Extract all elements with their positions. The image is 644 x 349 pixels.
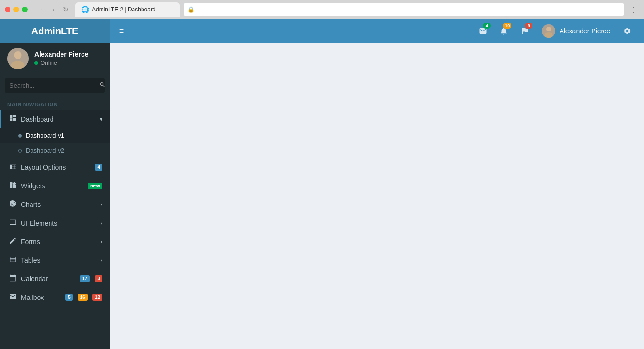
sidebar: Alexander Pierce Online MAIN NAVIGATION	[0, 43, 110, 349]
sidebar-item-ui-elements[interactable]: UI Elements ‹	[0, 214, 110, 232]
address-bar[interactable]: 🔒	[184, 3, 624, 16]
mailbox-icon	[9, 293, 17, 302]
messages-badge: 4	[483, 23, 491, 29]
notifications-button[interactable]: 10	[494, 19, 513, 43]
widgets-icon	[9, 181, 17, 190]
subitem-dot	[18, 149, 22, 153]
search-icon	[99, 82, 105, 88]
sidebar-avatar-image	[7, 48, 29, 69]
charts-arrow: ‹	[101, 201, 102, 208]
browser-menu-button[interactable]: ⋮	[628, 4, 639, 15]
sidebar-avatar	[7, 48, 29, 69]
ui-elements-icon	[9, 218, 17, 227]
logo-light: Admin	[31, 26, 61, 36]
ui-elements-arrow: ‹	[101, 220, 102, 226]
settings-button[interactable]	[618, 19, 637, 43]
browser-dots	[5, 7, 28, 12]
sidebar-subitem-dashboard-v2[interactable]: Dashboard v2	[0, 143, 110, 158]
logo-text: AdminLTE	[31, 26, 79, 37]
status-label: Online	[41, 60, 57, 66]
page-wrapper: ‹ › ↻ 🌐 AdminLTE 2 | Dashboard 🔒 ⋮ Admin…	[0, 0, 644, 349]
mailbox-badge-16: 16	[78, 294, 88, 301]
mailbox-label: Mailbox	[21, 294, 61, 301]
main-header: AdminLTE ≡ 4 10 9	[0, 19, 644, 43]
header-avatar	[542, 24, 555, 38]
user-menu-button[interactable]: Alexander Pierce	[536, 24, 616, 38]
calendar-badge-3: 3	[95, 275, 102, 282]
search-input[interactable]	[5, 78, 94, 93]
tables-icon	[9, 256, 17, 265]
sidebar-subitem-dashboard-v1[interactable]: Dashboard v1	[0, 128, 110, 143]
browser-tab-title: AdminLTE 2 | Dashboard	[92, 6, 156, 13]
header-username: Alexander Pierce	[559, 27, 610, 35]
dashboard-v1-label: Dashboard v1	[26, 132, 64, 139]
tasks-badge: 9	[525, 23, 532, 29]
mailbox-badge-12: 12	[92, 294, 102, 301]
notifications-badge: 10	[503, 23, 511, 29]
sidebar-search-area	[0, 74, 110, 97]
back-button[interactable]: ‹	[35, 4, 47, 15]
layout-options-label: Layout Options	[21, 164, 91, 171]
charts-icon	[9, 200, 17, 209]
sidebar-item-forms[interactable]: Forms ‹	[0, 232, 110, 251]
forms-arrow: ‹	[101, 238, 102, 245]
close-dot[interactable]	[5, 7, 10, 12]
settings-icon	[624, 27, 631, 35]
tasks-button[interactable]: 9	[515, 19, 534, 43]
nav-section-label: MAIN NAVIGATION	[0, 97, 110, 110]
svg-point-1	[546, 27, 551, 31]
content-wrapper	[110, 62, 644, 349]
widgets-label: Widgets	[21, 182, 84, 190]
search-button[interactable]	[94, 78, 105, 93]
sidebar-item-layout-options[interactable]: Layout Options 4	[0, 158, 110, 176]
header-right: 4 10 9 Alexander	[473, 19, 644, 43]
sidebar-username: Alexander Pierce	[34, 51, 89, 58]
sidebar-toggle-button[interactable]: ≡	[110, 19, 133, 43]
sidebar-item-dashboard[interactable]: Dashboard ▾	[0, 110, 110, 128]
minimize-dot[interactable]	[13, 7, 19, 12]
maximize-dot[interactable]	[22, 7, 28, 12]
sidebar-item-charts[interactable]: Charts ‹	[0, 195, 110, 214]
layout-options-badge: 4	[95, 164, 102, 171]
forms-icon	[9, 237, 17, 246]
charts-label: Charts	[21, 201, 97, 208]
tables-label: Tables	[21, 257, 97, 264]
sidebar-item-calendar[interactable]: Calendar 17 3	[0, 269, 110, 288]
calendar-badge-17: 17	[80, 275, 90, 282]
status-dot	[34, 61, 38, 65]
logo-bold: LTE	[61, 26, 78, 36]
sidebar-item-mailbox[interactable]: Mailbox 5 16 12	[0, 288, 110, 307]
mailbox-badge-5: 5	[65, 294, 73, 301]
refresh-button[interactable]: ↻	[60, 4, 72, 15]
search-box	[5, 78, 105, 93]
logo-area: AdminLTE	[0, 19, 110, 43]
dashboard-icon	[9, 114, 17, 123]
user-panel: Alexander Pierce Online	[0, 43, 110, 74]
calendar-label: Calendar	[21, 275, 76, 283]
messages-button[interactable]: 4	[473, 19, 492, 43]
user-status: Online	[34, 60, 89, 66]
layout-icon	[9, 163, 17, 172]
calendar-icon	[9, 274, 17, 283]
sidebar-item-widgets[interactable]: Widgets new	[0, 176, 110, 195]
sidebar-item-tables[interactable]: Tables ‹	[0, 251, 110, 269]
forward-button[interactable]: ›	[48, 4, 59, 15]
dashboard-arrow: ▾	[100, 116, 102, 123]
widgets-badge: new	[88, 183, 102, 189]
user-info: Alexander Pierce Online	[34, 51, 89, 66]
header-avatar-image	[542, 24, 555, 38]
dashboard-v2-label: Dashboard v2	[26, 147, 64, 154]
svg-point-4	[14, 51, 22, 59]
tables-arrow: ‹	[101, 257, 102, 264]
subitem-dot	[18, 134, 22, 138]
ui-elements-label: UI Elements	[21, 219, 97, 227]
dashboard-label: Dashboard	[21, 115, 96, 123]
forms-label: Forms	[21, 238, 97, 246]
